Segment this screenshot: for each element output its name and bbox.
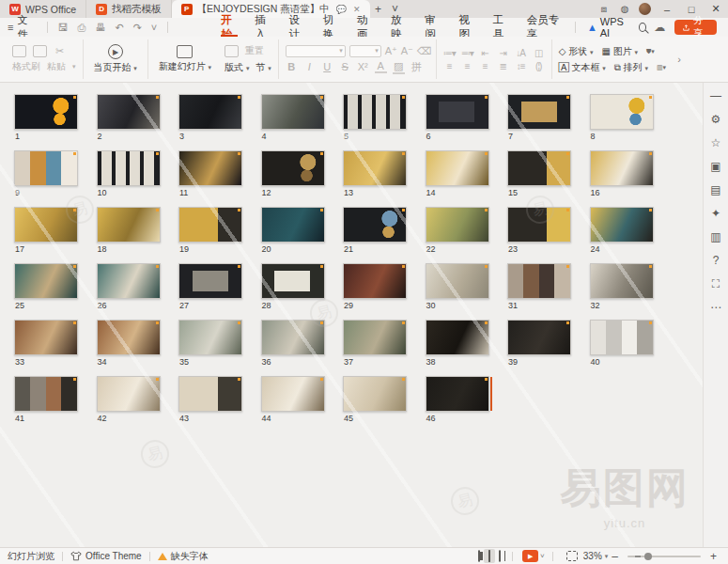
slide-thumbnail-12[interactable] [261,150,325,186]
help-icon[interactable]: ? [713,255,720,266]
notes-panel-icon[interactable]: ▥ [710,231,720,243]
slide-thumbnail-7[interactable] [507,94,571,130]
menu-tab-home[interactable]: 开始 [212,18,246,37]
section-button[interactable]: 节 ▾ [256,61,271,74]
menu-tab-tools[interactable]: 工具 [485,18,519,37]
slide-thumbnail-46[interactable] [426,376,489,412]
slide-thumbnail-2[interactable] [97,94,161,130]
slide-thumbnail-27[interactable] [178,263,242,299]
align-right-icon[interactable]: ≡ [479,61,491,71]
reading-view-button[interactable] [495,551,504,561]
zoom-slider[interactable] [627,556,701,557]
zoom-slider-thumb[interactable] [644,553,652,560]
cloud-sync-icon[interactable]: ☁ [654,21,665,34]
slide-thumbnail-22[interactable] [426,207,489,243]
collapse-rail-icon[interactable]: — [710,90,721,102]
strikethrough-button[interactable]: S [339,61,351,72]
justify-icon[interactable]: ≣ [497,61,509,71]
shapes-button[interactable]: ◇ 形状 ▾ [559,45,594,58]
more-icon[interactable]: ⋯ [710,302,721,313]
slide-thumbnail-14[interactable] [426,150,489,186]
slide-thumbnail-21[interactable] [343,207,407,243]
phonetic-guide-button[interactable]: 拼 [410,60,423,74]
underline-button[interactable]: U [321,61,333,72]
slide-thumbnail-5[interactable] [343,94,407,130]
columns-icon[interactable]: ◫ [533,48,545,58]
theme-name-label[interactable]: Office Theme [85,551,142,561]
italic-button[interactable]: I [303,61,316,72]
skin-theme-icon[interactable]: ⛶ [712,278,720,290]
slide-thumbnail-34[interactable] [97,320,161,355]
tab-docer-templates[interactable]: D 找稻壳模板 [86,0,172,18]
format-painter-label[interactable]: 格式刷 [12,60,40,73]
smart-tools-icon[interactable]: ✦ [711,208,720,219]
share-button[interactable]: 分享 [674,20,717,35]
text-spacing-icon[interactable]: (¦) [533,61,545,71]
slide-thumbnail-29[interactable] [343,263,407,299]
slide-thumbnail-23[interactable] [507,207,571,243]
merge-shapes-icon[interactable]: ▥▾ [657,64,666,71]
numbered-list-icon[interactable]: ≕▾ [461,48,473,58]
slide-thumbnail-20[interactable] [261,207,325,243]
search-icon[interactable] [639,23,646,32]
slide-thumbnail-42[interactable] [97,376,161,412]
menu-tab-view[interactable]: 视图 [450,18,484,37]
slide-thumbnail-18[interactable] [97,207,161,243]
slide-thumbnail-17[interactable] [14,207,78,243]
slide-sorter-view-button[interactable] [484,549,495,563]
wps-ai-button[interactable]: ▲WPS AI [587,16,626,39]
slide-thumbnail-26[interactable] [97,263,161,299]
slide-thumbnail-11[interactable] [178,150,242,186]
save-icon[interactable]: 🖫 [58,22,69,33]
line-spacing-icon[interactable]: ↕≡ [515,61,527,71]
comment-bubble-icon[interactable]: 💬 [336,5,347,14]
reset-button[interactable]: 重置 [245,44,264,57]
textbox-button[interactable]: 🄰 文本框 ▾ [559,61,606,74]
zoom-out-button[interactable]: – [612,550,618,563]
slide-thumbnail-35[interactable] [178,320,242,355]
slide-thumbnail-32[interactable] [590,263,654,299]
slide-thumbnail-3[interactable] [178,94,242,130]
minimize-button[interactable]: – [655,0,679,18]
image-assets-icon[interactable]: ▤ [710,184,720,196]
slide-thumbnail-4[interactable] [261,94,325,130]
slide-thumbnail-33[interactable] [14,320,78,355]
format-painter-icon[interactable] [12,45,26,57]
slide-thumbnail-41[interactable] [14,376,78,412]
paste-label[interactable]: 粘贴 [47,60,66,73]
bullet-list-icon[interactable]: ≔▾ [443,48,456,58]
undo-icon[interactable]: ↶ [115,22,123,34]
slide-thumbnail-19[interactable] [178,207,242,243]
slideshow-play-button[interactable]: ▶ [522,550,538,562]
layout-icon[interactable] [225,45,239,57]
slide-thumbnail-25[interactable] [14,263,78,299]
slide-thumbnail-36[interactable] [261,320,325,355]
menu-tab-review[interactable]: 审阅 [416,18,450,37]
output-icon[interactable]: ⎙ [78,22,86,34]
slide-thumbnail-9[interactable] [14,150,78,186]
slide-library-icon[interactable]: ▣ [710,161,720,172]
slide-thumbnail-45[interactable] [343,376,407,412]
zoom-percent-label[interactable]: 33% [583,551,602,561]
highlight-color-button[interactable]: ▨ [393,60,405,74]
slide-thumbnail-13[interactable] [343,150,407,186]
font-size-select[interactable] [349,45,381,57]
menu-tab-animation[interactable]: 动画 [349,18,382,37]
font-name-select[interactable] [286,45,346,57]
play-from-current-button[interactable]: ▶ 当页开始 ▾ [90,44,141,74]
redo-icon[interactable]: ↷ [133,22,142,34]
slide-sorter-canvas[interactable]: 1234567891011121314151617181920212223242… [0,83,703,547]
favorites-star-icon[interactable]: ☆ [711,137,721,149]
slide-thumbnail-31[interactable] [507,263,571,299]
new-slide-button[interactable]: 新建幻灯片 ▾ [155,45,215,73]
slide-thumbnail-39[interactable] [507,320,571,355]
cut-icon[interactable]: ✂ [54,45,66,57]
hamburger-icon[interactable]: ≡ [8,22,13,33]
tab-close-icon[interactable]: ✕ [353,5,361,14]
tab-wps-office[interactable]: W WPS Office [0,0,86,18]
indent-increase-icon[interactable]: ⇥ [497,48,509,58]
fill-color-icon[interactable]: ⛊▾ [646,48,655,55]
print-icon[interactable]: 🖶 [95,22,105,33]
fit-to-window-icon[interactable] [566,551,578,561]
slide-thumbnail-10[interactable] [97,150,161,186]
